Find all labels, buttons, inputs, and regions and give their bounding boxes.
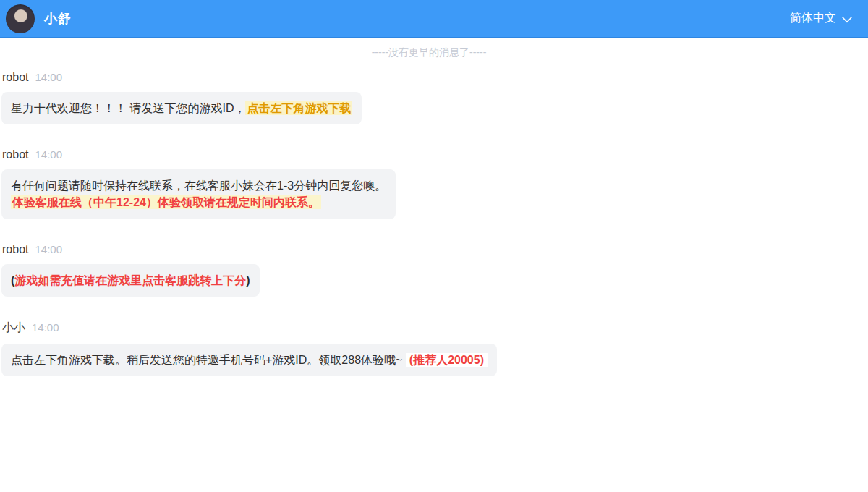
sender-name: robot	[2, 148, 28, 161]
sender-name: robot	[2, 71, 28, 84]
chevron-down-icon	[842, 13, 852, 26]
chat-header: 小舒 简体中文	[0, 0, 868, 38]
message-meta: robot 14:00	[2, 71, 856, 84]
message-segment: 游戏如需充值请在游戏里点击客服跳转上下分	[14, 274, 246, 287]
message-meta: robot 14:00	[2, 148, 856, 161]
chat-area: -----没有更早的消息了----- robot 14:00 星力十代欢迎您！！…	[0, 46, 868, 376]
chat-message: robot 14:00 有任何问题请随时保持在线联系，在线客服小妹会在1-3分钟…	[1, 148, 856, 219]
message-list: robot 14:00 星力十代欢迎您！！！ 请发送下您的游戏ID，点击左下角游…	[1, 71, 856, 376]
language-selector[interactable]: 简体中文	[790, 11, 852, 26]
chat-message: robot 14:00 (游戏如需充值请在游戏里点击客服跳转上下分)	[1, 243, 856, 297]
message-segment: 点击左下角游戏下载	[245, 101, 352, 115]
chat-message: 小小 14:00 点击左下角游戏下载。稍后发送您的特邀手机号码+游戏ID。领取2…	[1, 321, 856, 376]
message-bubble: 有任何问题请随时保持在线联系，在线客服小妹会在1-3分钟内回复您噢。体验客服在线…	[1, 169, 396, 219]
sender-name: 小小	[2, 321, 25, 336]
message-bubble: (游戏如需充值请在游戏里点击客服跳转上下分)	[1, 264, 260, 297]
message-meta: robot 14:00	[2, 243, 856, 256]
agent-name: 小舒	[44, 10, 72, 27]
message-time: 14:00	[35, 71, 62, 83]
message-time: 14:00	[32, 321, 59, 334]
chat-message: robot 14:00 星力十代欢迎您！！！ 请发送下您的游戏ID，点击左下角游…	[1, 71, 856, 124]
message-bubble: 点击左下角游戏下载。稍后发送您的特邀手机号码+游戏ID。领取288体验哦~ (推…	[1, 344, 497, 376]
language-label: 简体中文	[790, 11, 836, 26]
message-segment: 体验客服在线（中午12-24）体验领取请在规定时间内联系。	[11, 195, 321, 209]
message-segment: (推荐人20005)	[406, 353, 488, 367]
sender-name: robot	[2, 243, 28, 256]
no-earlier-messages-divider: -----没有更早的消息了-----	[1, 46, 856, 59]
message-segment: 星力十代欢迎您！！！ 请发送下您的游戏ID，	[11, 102, 245, 114]
agent-avatar[interactable]	[6, 4, 35, 33]
message-segment: )	[246, 274, 250, 287]
message-time: 14:00	[35, 243, 62, 255]
message-time: 14:00	[35, 148, 62, 161]
message-meta: 小小 14:00	[2, 321, 856, 336]
message-bubble: 星力十代欢迎您！！！ 请发送下您的游戏ID，点击左下角游戏下载	[1, 92, 362, 124]
message-segment: 点击左下角游戏下载。稍后发送您的特邀手机号码+游戏ID。领取288体验哦~	[11, 354, 406, 366]
message-segment: 有任何问题请随时保持在线联系，在线客服小妹会在1-3分钟内回复您噢。	[11, 179, 386, 192]
